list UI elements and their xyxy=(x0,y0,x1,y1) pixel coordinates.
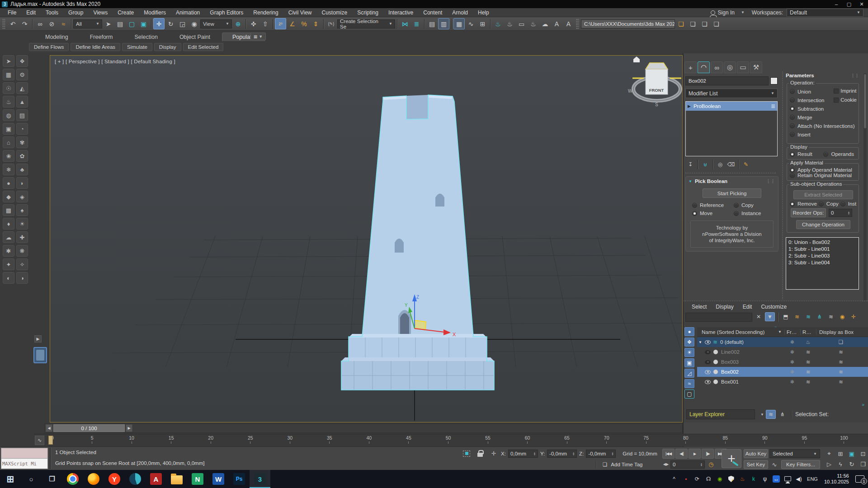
radio-icon[interactable] xyxy=(790,106,795,111)
rectangular-selection-region-icon[interactable]: ▢ xyxy=(126,18,137,29)
radio-option[interactable]: Inst xyxy=(840,201,857,206)
menu-item[interactable]: Modifiers xyxy=(139,8,171,17)
radio-option[interactable]: Insert xyxy=(790,130,857,139)
rendered-frame-window-icon[interactable]: ▭ xyxy=(516,18,527,29)
twinkle-tool-icon[interactable]: ✧ xyxy=(16,258,28,270)
key-steps-icon[interactable]: ∿ xyxy=(769,460,779,469)
configure-modifier-sets-icon[interactable]: ✎ xyxy=(741,160,751,169)
start-picking-button[interactable]: Start Picking xyxy=(703,188,761,198)
word-icon[interactable]: W xyxy=(208,470,229,488)
modify-tab-icon[interactable]: ◠ xyxy=(698,61,710,73)
visibility-eye-icon[interactable] xyxy=(705,340,711,344)
next-frame-arrow[interactable]: ▶ xyxy=(126,424,132,432)
language-indicator[interactable]: ENG xyxy=(807,475,818,483)
ribbon-button[interactable]: Display xyxy=(154,43,181,51)
previous-frame-arrow[interactable]: ◀ xyxy=(46,424,52,432)
edit-named-selection-sets-icon[interactable]: {✎} xyxy=(326,18,337,29)
select-tool-icon[interactable]: ➤ xyxy=(3,55,14,67)
explorer-menu-item[interactable]: Select xyxy=(688,303,710,310)
network-tray-icon[interactable] xyxy=(784,475,791,483)
clear-search-icon[interactable]: ✕ xyxy=(754,312,764,321)
radio-icon[interactable] xyxy=(823,152,828,157)
menu-item[interactable]: Content xyxy=(418,8,447,17)
radio-option[interactable]: Copy xyxy=(819,201,839,206)
yandex-browser-icon[interactable]: Y xyxy=(104,470,125,488)
radio-option[interactable]: Operands xyxy=(823,151,854,157)
walk-through-icon[interactable]: ϟ xyxy=(835,459,846,469)
hierarchy-tab-icon[interactable]: ∞ xyxy=(711,61,723,73)
green-app-icon[interactable]: N xyxy=(187,470,208,488)
menu-item[interactable]: Animation xyxy=(171,8,205,17)
radio-icon[interactable] xyxy=(790,202,795,206)
schematic-view-icon[interactable]: ⊞ xyxy=(477,18,488,29)
light-tool-icon[interactable]: ☀ xyxy=(16,218,28,230)
visibility-eye-icon[interactable] xyxy=(705,370,711,374)
radio-option[interactable]: Instance xyxy=(734,211,775,216)
operation-history-item[interactable]: 2: Subtr - Line003 xyxy=(788,253,856,259)
viewport-label[interactable]: [ + ] [ Perspective ] [ Standard ] [ Def… xyxy=(55,59,175,64)
ribbon-button[interactable]: Edit Selected xyxy=(183,43,224,51)
clock[interactable]: 11:56 10.10.2025 xyxy=(822,473,851,485)
curve-editor-icon[interactable]: ∿ xyxy=(465,18,476,29)
ribbon-display-dropdown[interactable]: ▦▼ xyxy=(250,33,266,40)
selection-filter-dropdown[interactable]: All▼ xyxy=(73,19,102,28)
menu-item[interactable]: Views xyxy=(88,8,113,17)
filter-icon[interactable]: ▼ xyxy=(765,312,775,321)
gem-tool-icon[interactable]: ♦ xyxy=(3,218,14,230)
teapot-tool-icon[interactable]: ♨ xyxy=(3,96,14,108)
layers-icon[interactable]: ≋ xyxy=(826,312,836,321)
toolbar-grip[interactable] xyxy=(576,19,579,29)
render-in-cloud-icon[interactable]: ☁ xyxy=(539,18,551,29)
toggle-scene-explorer-icon[interactable]: ▤ xyxy=(426,18,438,29)
radio-option[interactable]: Result xyxy=(790,151,812,157)
lattice-tool-icon[interactable]: ◈ xyxy=(16,191,28,202)
checkbox-option[interactable]: Imprint xyxy=(834,88,857,94)
moon-tool-icon[interactable]: ◗ xyxy=(16,177,28,189)
add-time-tag[interactable]: ❏ Add Time Tag xyxy=(596,460,642,469)
previous-frame-icon[interactable]: ◀|| xyxy=(675,449,688,459)
perspective-viewport[interactable]: X Y Z FRONT W S E [ + ] [ Perspective ] … xyxy=(50,55,683,422)
current-frame-marker[interactable] xyxy=(48,436,53,445)
radio-option[interactable]: Retain Original Material xyxy=(790,173,857,178)
volume-tray-icon[interactable]: ◀) xyxy=(795,475,802,483)
select-and-manipulate-icon[interactable]: ✜ xyxy=(248,18,259,29)
bind-to-space-warp-icon[interactable]: ≈ xyxy=(58,18,69,29)
create-key-button[interactable]: + xyxy=(722,449,741,468)
modifier-stack[interactable]: ▶ ProBoolean ≣ xyxy=(685,101,778,156)
select-and-rotate-icon[interactable]: ↻ xyxy=(165,18,176,29)
field-of-view-icon[interactable]: ▷ xyxy=(824,459,835,469)
time-slider-handle[interactable]: 0 / 100 xyxy=(53,424,125,432)
remove-modifier-icon[interactable]: ⌫ xyxy=(726,160,736,169)
pyramid-tool-icon[interactable]: ▲ xyxy=(16,96,28,108)
material-editor-icon[interactable]: ♨ xyxy=(492,18,504,29)
ribbon-tab[interactable]: Modeling xyxy=(35,33,78,41)
create-tab-icon[interactable]: + xyxy=(684,61,697,73)
maxscript-input[interactable]: MAXScript Mi xyxy=(1,459,47,469)
zoom-region-icon[interactable]: ⊡ xyxy=(858,449,868,459)
add-layer-icon[interactable]: ≋ xyxy=(792,312,802,321)
reference-coordinate-system-dropdown[interactable]: View▼ xyxy=(200,19,232,28)
flower-tool-icon[interactable]: ✾ xyxy=(16,136,28,148)
lock-explorer-icon[interactable]: ⬒ xyxy=(781,312,791,321)
frozen-icon[interactable]: ❄ xyxy=(784,369,800,375)
visibility-eye-icon[interactable] xyxy=(705,360,711,364)
viewport-layout-tab[interactable] xyxy=(33,347,47,363)
nvidia-tray-icon[interactable]: ◉ xyxy=(716,475,723,483)
show-end-result-icon[interactable]: ⊎ xyxy=(700,160,710,169)
x-coordinate-field[interactable]: 0,0mm▲▼ xyxy=(508,450,538,458)
explorer-mode-dropdown[interactable]: Layer Explorer xyxy=(686,409,755,419)
key-filters-button[interactable]: Key Filters... xyxy=(781,460,820,469)
shapes-tool-icon[interactable]: ❖ xyxy=(16,55,28,67)
teamviewer-tray-icon[interactable]: ↔ xyxy=(773,475,780,483)
sync-tray-icon[interactable]: ⟳ xyxy=(693,475,701,483)
radio-icon[interactable] xyxy=(790,98,795,103)
frozen-icon[interactable]: ❄ xyxy=(784,359,800,365)
visibility-eye-icon[interactable] xyxy=(705,350,711,354)
diamond-tool-icon[interactable]: ◆ xyxy=(3,191,14,202)
expand-strip-button[interactable]: ▶ xyxy=(34,335,42,343)
object-name-field[interactable]: Box002 xyxy=(685,76,769,85)
nest-layer-icon[interactable]: ⋔ xyxy=(815,312,825,321)
menu-item[interactable]: Arnold xyxy=(447,8,473,17)
toggle-layer-explorer-icon[interactable]: ▥ xyxy=(438,18,449,29)
select-and-move-icon[interactable]: ✛ xyxy=(153,18,165,29)
